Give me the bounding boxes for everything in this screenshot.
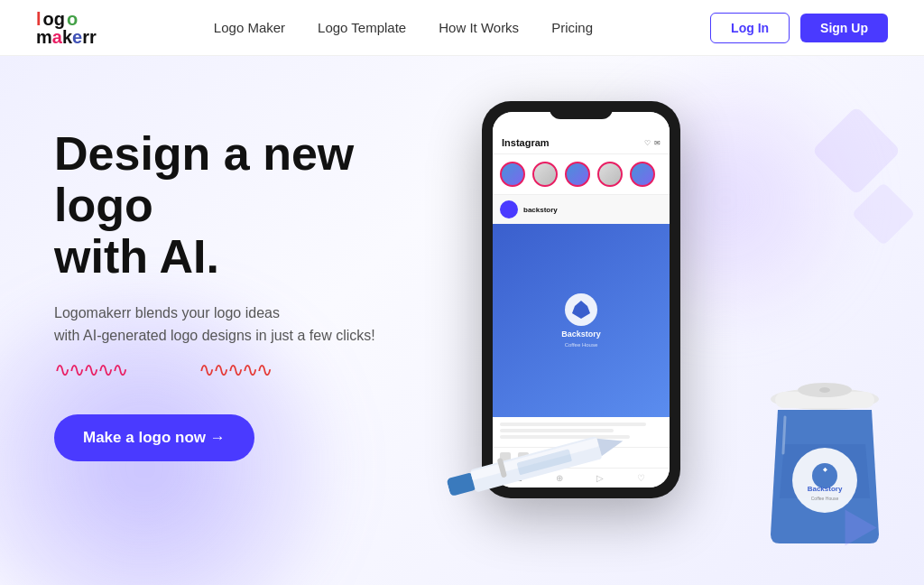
hero-content: Design a new logo with AI. Logomakerr bl… xyxy=(54,128,451,461)
hero-heading: Design a new logo with AI. xyxy=(54,128,451,283)
story-avatar xyxy=(500,162,525,187)
svg-text:Coffee House: Coffee House xyxy=(811,496,839,501)
svg-text:◆: ◆ xyxy=(822,467,827,472)
diamond-decoration-2 xyxy=(852,182,916,246)
svg-text:Backstory: Backstory xyxy=(808,485,843,493)
story-avatar xyxy=(532,162,558,187)
signup-button[interactable]: Sign Up xyxy=(800,14,888,42)
nav-pricing[interactable]: Pricing xyxy=(551,20,593,35)
squiggle-decorations: ∿∿∿∿∿ ∿∿∿∿∿ xyxy=(54,358,451,382)
cta-button[interactable]: Make a logo now → xyxy=(54,414,254,461)
post-caption-line xyxy=(500,422,646,426)
nav-logo-template[interactable]: Logo Template xyxy=(318,20,406,35)
hero-mockups: Instagram ♡ ✉ xyxy=(428,83,897,571)
triangle-decoration xyxy=(845,510,877,546)
squiggle-left: ∿∿∿∿∿ xyxy=(54,358,126,382)
insta-title: Instagram xyxy=(502,137,550,148)
hero-section: Design a new logo with AI. Logomakerr bl… xyxy=(0,56,924,585)
story-avatar xyxy=(597,162,623,187)
squiggle-right: ∿∿∿∿∿ xyxy=(199,358,271,382)
story-avatar xyxy=(630,162,655,187)
phone-notch xyxy=(550,101,613,119)
nav-how-it-works[interactable]: How It Works xyxy=(439,20,519,35)
svg-point-8 xyxy=(819,387,830,393)
post-image-area: Backstory Coffee House xyxy=(493,224,670,417)
hero-subtext: Logomakerr blends your logo ideas with A… xyxy=(54,302,451,348)
post-brand-tagline: Coffee House xyxy=(565,342,598,348)
diamond-decoration-1 xyxy=(812,107,901,196)
post-avatar xyxy=(500,200,518,218)
post-username: backstory xyxy=(523,206,558,214)
post-brand-name: Backstory xyxy=(561,330,601,339)
post-user-row: backstory xyxy=(493,195,670,224)
nav-actions: Log In Sign Up xyxy=(710,13,888,43)
login-button[interactable]: Log In xyxy=(710,13,790,43)
nav-logo-maker[interactable]: Logo Maker xyxy=(214,20,285,35)
insta-post: backstory Backstory Coffee House xyxy=(493,195,670,468)
logo[interactable]: logo makerr xyxy=(36,10,97,46)
insta-stories xyxy=(493,154,670,195)
post-logo-circle xyxy=(565,293,597,326)
story-avatar xyxy=(565,162,590,187)
navbar: logo makerr Logo Maker Logo Template How… xyxy=(0,0,924,56)
nav-links: Logo Maker Logo Template How It Works Pr… xyxy=(214,20,593,36)
